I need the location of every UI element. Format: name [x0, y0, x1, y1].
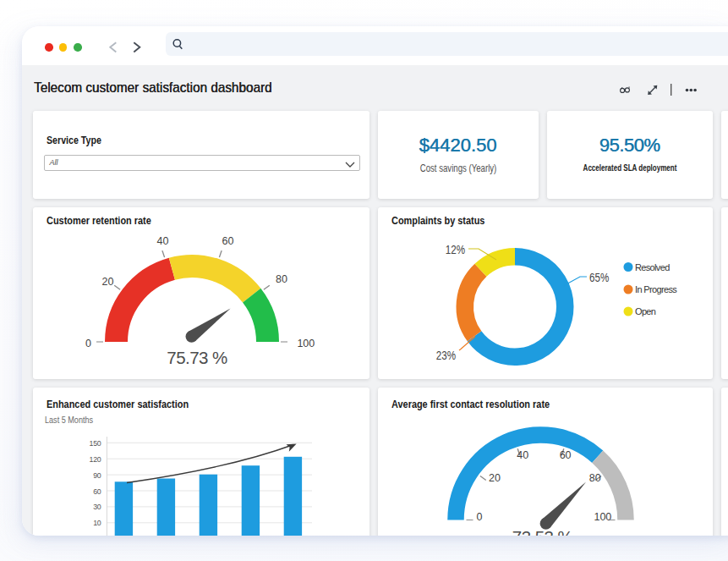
svg-text:90: 90	[93, 471, 101, 480]
svg-text:60: 60	[559, 449, 571, 461]
svg-text:100: 100	[297, 338, 315, 349]
svg-text:Open: Open	[635, 306, 656, 316]
svg-text:40: 40	[156, 235, 168, 247]
svg-text:150: 150	[89, 439, 101, 448]
svg-text:75.73 %: 75.73 %	[167, 348, 227, 367]
svg-text:120: 120	[89, 455, 101, 464]
svg-text:40: 40	[517, 449, 528, 461]
svg-text:80: 80	[275, 273, 287, 285]
svg-text:65%: 65%	[589, 270, 609, 284]
svg-text:20: 20	[489, 472, 501, 484]
svg-text:Resolved: Resolved	[635, 262, 670, 272]
svg-text:100: 100	[594, 511, 611, 523]
svg-text:In Progress: In Progress	[635, 284, 677, 294]
svg-text:80: 80	[588, 472, 600, 484]
svg-text:0: 0	[476, 511, 482, 523]
svg-text:30: 30	[93, 503, 101, 511]
svg-text:23%: 23%	[435, 348, 455, 362]
svg-text:0: 0	[85, 338, 90, 349]
svg-text:10: 10	[93, 519, 101, 527]
svg-text:73.53 %: 73.53 %	[512, 527, 572, 536]
svg-text:12%: 12%	[445, 242, 464, 256]
svg-text:20: 20	[101, 276, 113, 288]
svg-text:60: 60	[93, 487, 101, 496]
svg-text:60: 60	[222, 235, 233, 247]
